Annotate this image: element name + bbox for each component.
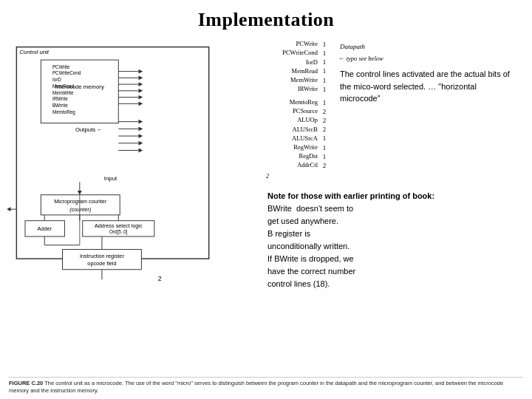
svg-text:Microprogram counter: Microprogram counter <box>54 198 107 205</box>
note-line-5: If BWrite is dropped, we <box>267 253 486 265</box>
svg-marker-16 <box>138 75 143 80</box>
signal-memwrite: MemWrite <box>266 76 318 84</box>
svg-text:2: 2 <box>158 275 162 282</box>
note-line-6: have the correct number <box>267 265 486 278</box>
signal-regdst: RegDst <box>266 152 318 160</box>
svg-text:Address select logic: Address select logic <box>95 222 143 229</box>
figure-number: FIGURE C.20 <box>9 380 43 386</box>
signal-memtoreg: MemtoReg <box>266 98 318 106</box>
svg-text:PCWrite: PCWrite <box>52 64 70 69</box>
signal-iord: IorD <box>266 58 318 66</box>
svg-text:Adder: Adder <box>38 225 52 232</box>
svg-marker-18 <box>138 82 143 86</box>
info-text: The control lines activated are the actu… <box>338 65 516 108</box>
svg-text:IorD: IorD <box>52 77 61 82</box>
svg-marker-20 <box>138 89 143 93</box>
svg-text:IRWrite: IRWrite <box>52 96 68 101</box>
note-line-2: get used anywhere. <box>267 215 486 228</box>
svg-text:(counter): (counter) <box>69 206 91 213</box>
svg-marker-26 <box>138 120 143 124</box>
diagram-area: Control unit Microcode memory PCWrite PC… <box>7 37 259 293</box>
note-header: Note for those with earlier printing of … <box>267 190 486 202</box>
svg-marker-28 <box>138 126 143 131</box>
svg-text:MemWrite: MemWrite <box>52 90 74 95</box>
signal-pcsource: PCSource <box>266 107 318 115</box>
note-line-1: BWrite doesn't seem to <box>267 202 486 215</box>
signal-memread: MemRead <box>266 67 318 75</box>
svg-text:opcode field: opcode field <box>87 260 116 267</box>
input-count-label: 2 <box>266 173 332 180</box>
svg-text:BWrrite: BWrrite <box>52 103 68 108</box>
svg-marker-22 <box>138 95 143 100</box>
circuit-diagram: Control unit Microcode memory PCWrite PC… <box>7 37 244 288</box>
signal-regwrite: RegWrite <box>266 143 318 151</box>
bits-table: PCWrite 1 PCWriteCond 1 IorD 1 MemRead 1… <box>266 40 332 180</box>
right-panel: PCWrite 1 PCWriteCond 1 IorD 1 MemRead 1… <box>266 37 525 293</box>
svg-text:Instruction register: Instruction register <box>80 253 124 259</box>
svg-marker-32 <box>138 141 143 146</box>
svg-text:Outputs ←: Outputs ← <box>75 126 103 133</box>
svg-text:Control unit: Control unit <box>19 49 50 55</box>
svg-marker-37 <box>78 191 82 195</box>
datapath-label: Datapath <box>340 43 516 50</box>
svg-marker-30 <box>138 134 143 138</box>
svg-text:Input: Input <box>104 175 117 182</box>
note-line-3: B register is <box>267 228 486 240</box>
typo-label: ← typo see below <box>338 55 516 62</box>
figure-caption: FIGURE C.20 The control unit as a microc… <box>9 377 523 395</box>
page-title: Implementation <box>0 0 532 37</box>
signal-pcwrite: PCWrite <box>266 40 318 48</box>
signal-pcwritecond: PCWriteCond <box>266 49 318 57</box>
signal-aluop: ALUOp <box>266 116 318 124</box>
svg-marker-59 <box>7 207 11 211</box>
svg-text:MemtoReg: MemtoReg <box>52 109 75 115</box>
signal-alusrca: ALUSrcA <box>266 134 318 143</box>
figure-text: The control unit as a microcode. The use… <box>9 380 503 394</box>
svg-marker-14 <box>138 69 143 74</box>
signal-addrctl: AddrCtl <box>266 161 318 169</box>
signal-irwrite: IRWrite <box>266 85 318 93</box>
note-line-4: unconditionally written. <box>267 240 486 253</box>
svg-text:Ord[5..0]: Ord[5..0] <box>109 229 128 235</box>
note-box: Note for those with earlier printing of … <box>266 187 488 293</box>
svg-marker-34 <box>138 149 143 153</box>
svg-marker-24 <box>138 101 143 106</box>
signal-alusrcb: ALUSrcB <box>266 126 318 134</box>
note-line-7: control lines (18). <box>267 278 486 290</box>
svg-text:MemRead: MemRead <box>52 83 75 89</box>
svg-text:PCWriteCond: PCWriteCond <box>52 70 81 75</box>
